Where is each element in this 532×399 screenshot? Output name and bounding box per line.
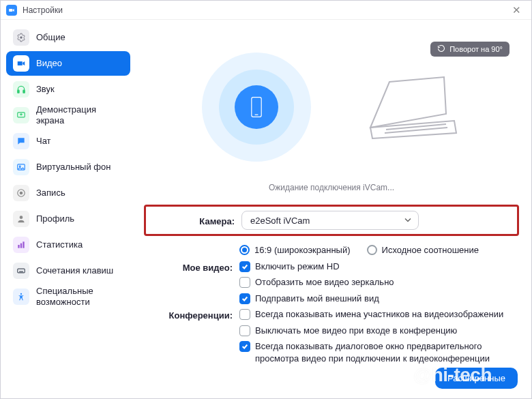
svg-point-13: [20, 293, 22, 295]
camera-label: Камера:: [146, 214, 241, 226]
aspect-16-9-label: 16:9 (широкоэкранный): [254, 244, 351, 256]
checkbox-icon: [239, 325, 250, 336]
sidebar-item-video[interactable]: Видео: [6, 51, 130, 76]
sidebar-item-audio[interactable]: Звук: [6, 77, 130, 102]
svg-rect-10: [20, 243, 22, 248]
screen-icon: [13, 107, 29, 123]
sidebar-item-label: Демонстрация экрана: [36, 104, 123, 125]
keyboard-icon: [13, 263, 29, 279]
preview-dialog-checkbox[interactable]: Всегда показывать диалоговое окно предва…: [239, 340, 519, 364]
my-video-options: Включить режим HD Отобразить мое видео з…: [239, 261, 519, 305]
sidebar-item-chat[interactable]: Чат: [6, 129, 130, 153]
hd-checkbox[interactable]: Включить режим HD: [239, 261, 519, 273]
svg-point-8: [20, 216, 23, 219]
sidebar-item-label: Чат: [36, 136, 51, 147]
checkbox-icon: [239, 277, 250, 288]
sidebar-item-label: Общие: [36, 32, 65, 43]
sidebar-item-general[interactable]: Общие: [6, 25, 130, 50]
body: ОбщиеВидеоЗвукДемонстрация экранаЧатВирт…: [1, 20, 531, 398]
hd-label: Включить режим HD: [255, 261, 340, 273]
phone-icon: [235, 85, 278, 129]
advanced-button[interactable]: Расширенные: [435, 368, 518, 389]
sidebar-item-profile[interactable]: Профиль: [6, 207, 130, 231]
svg-point-0: [20, 36, 23, 39]
checkbox-icon: [239, 341, 250, 352]
laptop-icon: [366, 72, 461, 142]
gear-icon: [13, 29, 29, 46]
svg-rect-9: [18, 245, 19, 248]
svg-point-5: [19, 166, 20, 167]
camera-select[interactable]: e2eSoft iVCam: [241, 211, 419, 230]
svg-rect-2: [23, 90, 25, 93]
sidebar-item-label: Сочетания клавиш: [36, 265, 113, 276]
checkbox-icon: [239, 293, 250, 304]
access-icon: [13, 289, 29, 305]
record-icon: [13, 185, 29, 201]
sidebar-item-share[interactable]: Демонстрация экрана: [6, 103, 130, 128]
aspect-16-9-radio[interactable]: 16:9 (широкоэкранный): [239, 244, 351, 256]
sidebar-item-label: Статистика: [36, 239, 83, 250]
svg-rect-1: [18, 90, 19, 93]
image-icon: [13, 159, 29, 175]
sidebar-item-record[interactable]: Запись: [6, 181, 130, 205]
profile-icon: [13, 211, 29, 227]
app-icon: [6, 5, 17, 16]
sidebar-item-access[interactable]: Специальные возможности: [6, 284, 130, 309]
sidebar: ОбщиеВидеоЗвукДемонстрация экранаЧатВирт…: [1, 20, 136, 398]
settings-window: Настройки ✕ ОбщиеВидеоЗвукДемонстрация э…: [0, 0, 532, 399]
sidebar-item-keys[interactable]: Сочетания клавиш: [6, 258, 130, 283]
chevron-down-icon: [404, 216, 411, 226]
radio-icon: [239, 245, 250, 255]
sidebar-item-vbg[interactable]: Виртуальный фон: [6, 155, 130, 179]
content-pane: Поворот на 90° Ожидание подк: [136, 20, 531, 398]
titlebar: Настройки ✕: [1, 1, 531, 20]
touchup-checkbox[interactable]: Подправить мой внешний вид: [239, 293, 519, 305]
sidebar-item-label: Профиль: [36, 213, 74, 224]
camera-icon: [13, 55, 29, 72]
mirror-checkbox[interactable]: Отобразить мое видео зеркально: [239, 276, 519, 289]
svg-rect-14: [252, 97, 261, 117]
svg-rect-12: [18, 269, 25, 273]
sidebar-item-label: Видео: [36, 58, 62, 69]
sidebar-item-label: Специальные возможности: [36, 286, 123, 307]
camera-row-highlight: Камера: e2eSoft iVCam: [144, 205, 519, 236]
sidebar-item-label: Запись: [36, 188, 65, 198]
touchup-label: Подправить мой внешний вид: [255, 293, 379, 305]
aspect-original-radio[interactable]: Исходное соотношение: [367, 244, 479, 256]
always-names-checkbox[interactable]: Всегда показывать имена участников на ви…: [239, 308, 519, 321]
headphones-icon: [13, 81, 29, 98]
svg-point-7: [20, 192, 23, 195]
svg-rect-11: [23, 241, 24, 248]
radio-icon: [367, 245, 377, 255]
meetings-options: Всегда показывать имена участников на ви…: [239, 308, 519, 364]
phone-ripple: [202, 53, 311, 162]
video-form: Камера: e2eSoft iVCam 16:9 (широкоэкранн…: [144, 205, 519, 364]
off-on-join-label: Выключать мое видео при входе в конферен…: [255, 325, 457, 337]
camera-value: e2eSoft iVCam: [250, 216, 310, 226]
close-button[interactable]: ✕: [507, 1, 526, 20]
off-on-join-checkbox[interactable]: Выключать мое видео при входе в конферен…: [239, 325, 519, 337]
always-names-label: Всегда показывать имена участников на ви…: [255, 308, 503, 321]
preview-dialog-label: Всегда показывать диалоговое окно предва…: [255, 340, 514, 364]
chat-icon: [13, 133, 29, 149]
meetings-label: Конференции:: [144, 308, 239, 321]
my-video-label: Мое видео:: [144, 261, 239, 273]
aspect-options: 16:9 (широкоэкранный) Исходное соотношен…: [239, 244, 519, 256]
checkbox-icon: [239, 261, 250, 272]
sidebar-item-label: Виртуальный фон: [36, 162, 110, 173]
sidebar-item-label: Звук: [36, 84, 55, 95]
video-preview: [144, 27, 519, 187]
stats-icon: [13, 237, 29, 253]
mirror-label: Отобразить мое видео зеркально: [255, 276, 394, 289]
sidebar-item-stats[interactable]: Статистика: [6, 233, 130, 257]
aspect-original-label: Исходное соотношение: [382, 244, 479, 256]
window-title: Настройки: [23, 5, 63, 15]
checkbox-icon: [239, 309, 250, 320]
